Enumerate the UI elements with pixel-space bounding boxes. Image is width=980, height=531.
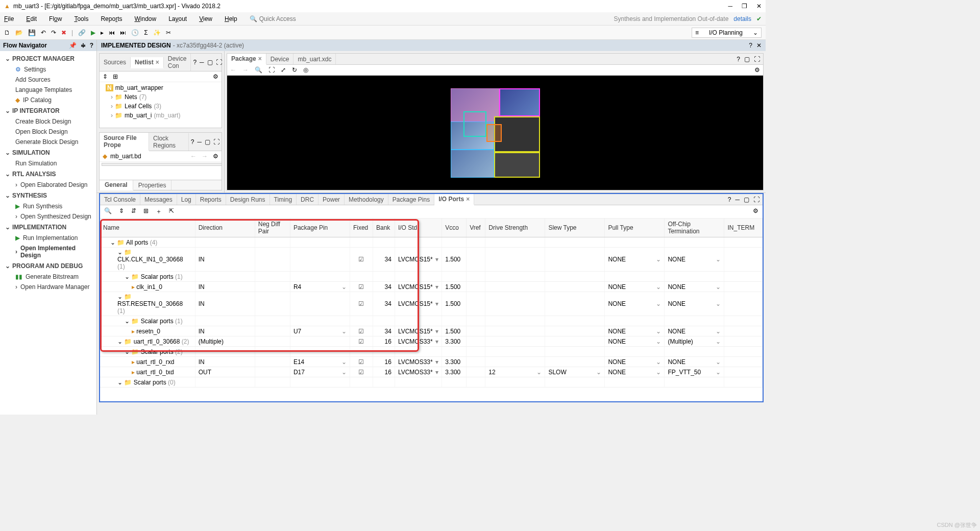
zoom-area-icon[interactable]: ⤢ [281,66,286,74]
tree-node[interactable]: › 📁 Leaf Cells (3) [102,102,219,111]
tab[interactable]: Messages [140,194,177,205]
restore-icon[interactable]: ▢ [205,138,210,146]
save-icon[interactable]: 💾 [28,29,36,36]
undo-icon[interactable]: ↶ [41,29,46,36]
column-header[interactable]: Pull Type [605,219,665,237]
tab[interactable]: Netlist × [131,57,164,68]
chevron-down-icon[interactable]: ⌄ [341,328,347,335]
collapse-all-icon[interactable]: ⇕ [103,73,108,80]
column-header[interactable]: Name [100,219,195,237]
column-header[interactable]: Fixed [350,219,373,237]
close-icon[interactable]: ✕ [756,42,762,49]
tab[interactable]: Sources [100,57,131,67]
gear-icon[interactable]: ⚙ [213,73,218,80]
column-header[interactable]: IN_TERM [724,219,763,237]
menu-window[interactable]: Window [134,15,156,22]
gear-icon[interactable]: ⚙ [213,153,218,160]
tab[interactable]: DRC [297,194,318,205]
table-row[interactable]: ⌄ 📁 uart_rtl_0_30668 (2)(Multiple)16LVCM… [100,336,763,347]
redo-icon[interactable]: ↷ [51,29,56,36]
table-row[interactable]: ⌄ 📁 Scalar ports (2) [100,347,763,357]
tab[interactable]: Device Con [164,54,191,71]
flow-item[interactable]: › Open Elaborated Design [0,180,96,190]
chevron-down-icon[interactable]: ⌄ [656,369,661,376]
target-icon[interactable]: ◎ [303,66,308,74]
tab[interactable]: I/O Ports × [434,194,474,205]
column-header[interactable]: Package Pin [290,219,350,237]
tab[interactable]: Package × [227,54,266,65]
menu-file[interactable]: File [4,15,14,22]
chevron-down-icon[interactable]: ⌄ [341,369,347,376]
menu-flow[interactable]: Flow [49,15,62,22]
fwd-icon[interactable]: → [242,66,249,74]
column-header[interactable]: Off-Chip Termination [665,219,724,237]
open-icon[interactable]: 📂 [15,29,23,36]
cancel-icon[interactable]: ✖ [61,29,66,36]
chevron-down-icon[interactable]: ⌄ [5,107,10,114]
chevron-down-icon[interactable]: ⌄ [656,328,661,335]
help-icon[interactable]: ? [193,59,197,66]
new-icon[interactable]: 🗋 [4,29,10,36]
chevron-down-icon[interactable]: ⌄ [656,338,661,345]
checkbox-checked-icon[interactable] [358,300,364,307]
run-icon[interactable]: ▶ [91,29,95,36]
min-icon[interactable]: ─ [200,59,204,66]
max-icon[interactable]: ⛶ [216,59,222,66]
help-icon[interactable]: ? [191,138,194,146]
flow-item[interactable]: Create Block Design [0,116,96,127]
chevron-down-icon[interactable]: ⌄ [716,358,721,366]
help-icon[interactable]: ? [728,196,731,203]
table-row[interactable]: ⌄ 📁 Scalar ports (1) [100,272,763,282]
checkbox-checked-icon[interactable] [358,328,364,335]
tab[interactable]: Power [318,194,345,205]
menu-edit[interactable]: Edit [26,15,37,22]
restore-icon[interactable]: ▢ [207,59,213,66]
chevron-down-icon[interactable]: ▾ [435,358,438,366]
chevron-down-icon[interactable]: ⌄ [716,328,721,335]
table-row[interactable]: ⌄ 📁 RST.RESETN_0_30668 (1)IN34LVCMOS15*▾… [100,292,763,316]
tab[interactable]: Methodology [345,194,388,205]
table-row[interactable]: ⌄ 📁 Scalar ports (1) [100,316,763,326]
table-row[interactable]: ⌄ 📁 All ports (4) [100,237,763,248]
column-header[interactable]: Neg Diff Pair [255,219,290,237]
table-row[interactable]: ▸ clk_in1_0INR4⌄34LVCMOS15*▾1.500NONE⌄NO… [100,282,763,292]
chevron-down-icon[interactable]: ⌄ [5,224,10,231]
flow-item[interactable]: › Open Hardware Manager [0,282,96,292]
flow-item[interactable]: Open Block Design [0,127,96,137]
tab[interactable]: Log [177,194,196,205]
clock-icon[interactable]: 🕓 [131,29,139,36]
column-header[interactable]: Slew Type [545,219,605,237]
tab[interactable]: Device [266,54,294,64]
probe-icon[interactable]: ✂ [166,29,171,36]
chevron-down-icon[interactable]: ⌄ [596,369,601,376]
flow-item[interactable]: › Open Implemented Design [0,243,96,260]
chevron-down-icon[interactable]: ⌄ [656,283,661,291]
close-icon[interactable]: ✕ [756,3,762,10]
tab[interactable]: Tcl Console [100,194,140,205]
layout-dropdown[interactable]: ≡ I/O Planning ⌄ [692,28,762,38]
chevron-down-icon[interactable]: ⌄ [656,358,661,366]
table-row[interactable]: ▸ uart_rtl_0_txdOUTD17⌄16LVCMOS33*▾3.300… [100,367,763,377]
chevron-down-icon[interactable]: ⌄ [5,192,10,199]
flow-item[interactable]: Generate Block Design [0,137,96,147]
menu-view[interactable]: View [199,15,212,22]
help-icon[interactable]: ? [737,56,740,63]
flow-item[interactable]: Run Simulation [0,158,96,168]
tree-node[interactable]: › 📁 mb_uart_i (mb_uart) [102,111,219,120]
flow-item[interactable]: ▶ Run Synthesis [0,201,96,211]
tab[interactable]: Properties [133,180,172,190]
checkbox-checked-icon[interactable] [358,283,364,291]
search-icon[interactable]: 🔍 [104,207,112,216]
expand-icon[interactable]: ⇵ [131,207,136,216]
chevron-down-icon[interactable]: ⌄ [716,256,721,263]
close-icon[interactable]: × [466,196,470,203]
table-row[interactable]: ▸ resetn_0INU7⌄34LVCMOS15*▾1.500NONE⌄NON… [100,326,763,336]
chevron-down-icon[interactable]: ▾ [435,369,438,376]
flow-item[interactable]: ▮▮ Generate Bitstream [0,272,96,282]
prev-icon[interactable]: ← [190,153,197,160]
package-view-canvas[interactable] [227,76,763,190]
checkbox-checked-icon[interactable] [358,338,364,345]
link-icon[interactable]: 🔗 [78,29,86,36]
table-row[interactable]: ▸ uart_rtl_0_rxdINE14⌄16LVCMOS33*▾3.300N… [100,357,763,367]
reset-icon[interactable]: ⏭ [120,29,126,36]
